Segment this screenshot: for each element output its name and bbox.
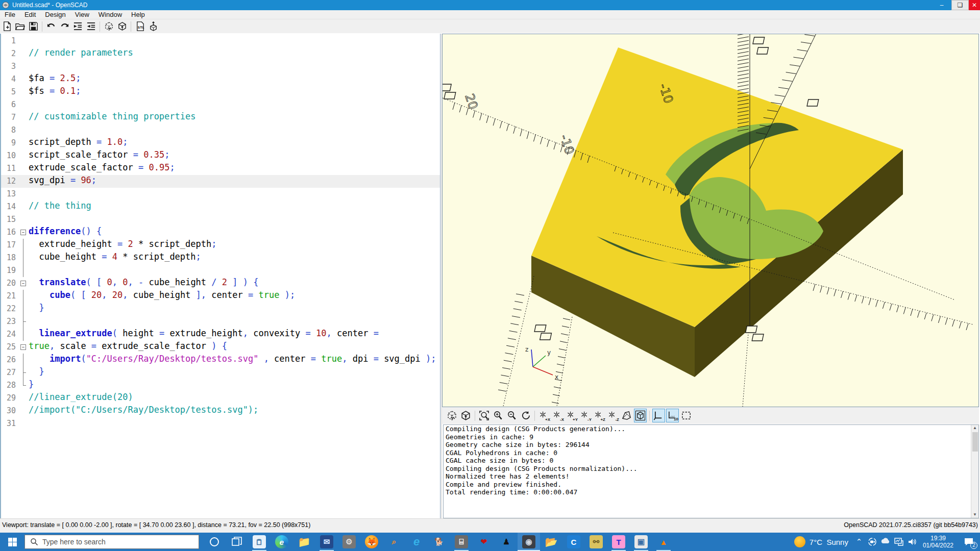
menu-help[interactable]: Help [127,10,150,19]
new-button[interactable] [0,20,13,33]
preview-button[interactable] [446,409,458,422]
taskbar-app-dog-app[interactable]: 🐕 [428,533,450,551]
scroll-down-icon[interactable]: ▼ [971,512,978,518]
console-output[interactable]: Compiling design (CSG Products generatio… [443,424,979,518]
show-axes-button[interactable] [652,409,665,422]
fold-marker[interactable]: − [19,226,27,239]
cortana-button[interactable] [203,533,226,551]
view-right-button[interactable]: +X [537,409,550,422]
maximize-button[interactable]: ❏ [951,0,969,10]
editor-line-17[interactable]: 17 extrude_height = 2 * script_depth; [1,239,440,252]
taskbar-app-mail-globe[interactable]: ✉ [315,533,338,551]
editor-line-5[interactable]: 5$fs = 0.1; [1,86,440,98]
taskbar-app-file-explorer[interactable]: 📁 [293,533,315,551]
view-back-button[interactable]: +Y [565,409,578,422]
view-all-button[interactable] [680,409,693,422]
unindent-button[interactable] [71,20,84,33]
taskbar-app-wheel-app[interactable]: ⚙ [338,533,360,551]
volume-icon[interactable] [905,533,919,551]
taskbar-app-internet-explorer[interactable]: e [405,533,428,551]
editor-line-22[interactable]: 22 } [1,303,440,315]
editor-line-31[interactable]: 31 [1,417,440,430]
editor-line-24[interactable]: 24 linear_extrude( height = extrude_heig… [1,328,440,341]
menu-file[interactable]: File [0,10,20,19]
view-front-button[interactable]: -Y [579,409,592,422]
viewport-3d[interactable]: 20-10-10 z y x [442,34,979,407]
code-editor[interactable]: 12// render parameters34$fa = 2.5;5$fs =… [0,34,440,518]
search-input[interactable]: Type here to search [24,535,199,549]
editor-line-30[interactable]: 30//import("C:/Users/Ray/Desktop/testos.… [1,405,440,417]
view-bottom-button[interactable]: -Z [606,409,619,422]
editor-line-14[interactable]: 14// the thing [1,201,440,213]
editor-line-20[interactable]: 20− translate( [ 0, 0, - cube_height / 2… [1,277,440,290]
render-button[interactable] [115,20,129,33]
taskbar-app-vlc[interactable]: ▲ [652,533,675,551]
zoom-in-button[interactable] [492,409,504,422]
editor-line-21[interactable]: 21 cube( [ 20, 20, cube_height ], center… [1,290,440,303]
editor-line-26[interactable]: 26 import("C:/Users/Ray/Desktop/testos.s… [1,354,440,366]
editor-line-27[interactable]: 27 } [1,366,440,379]
editor-line-13[interactable]: 13 [1,188,440,201]
scrollbar-thumb[interactable] [972,432,978,452]
editor-line-18[interactable]: 18 cube_height = 4 * script_depth; [1,252,440,264]
menu-window[interactable]: Window [94,10,127,19]
menu-view[interactable]: View [70,10,94,19]
onedrive-cloud-icon[interactable] [879,533,892,551]
start-button[interactable] [0,533,24,551]
zoom-out-button[interactable] [505,409,518,422]
open-button[interactable] [13,20,27,33]
editor-line-25[interactable]: 25−true, scale = extrude_scale_factor ) … [1,341,440,354]
undo-button[interactable] [44,20,58,33]
network-activity-icon[interactable] [892,533,905,551]
taskbar-app-edge[interactable]: e [271,533,293,551]
taskbar-app-folder-tool[interactable]: 📂 [540,533,562,551]
editor-line-28[interactable]: 28} [1,379,440,392]
taskbar-app-red-creature-app[interactable]: ❤ [473,533,495,551]
redo-button[interactable] [58,20,71,33]
editor-line-12[interactable]: 12svg_dpi = 96; [1,175,440,188]
view-left-button[interactable]: -X [551,409,564,422]
taskbar-app-notepad[interactable]: 🗒 [248,533,271,551]
editor-line-8[interactable]: 8 [1,124,440,137]
editor-line-11[interactable]: 11extrude_scale_factor = 0.95; [1,162,440,175]
taskbar-app-boot-app[interactable]: ⚯ [585,533,607,551]
console-scrollbar[interactable]: ▲ ▼ [971,425,978,518]
menu-edit[interactable]: Edit [20,10,40,19]
editor-line-3[interactable]: 3 [1,60,440,73]
menu-design[interactable]: Design [40,10,70,19]
editor-line-7[interactable]: 7// customizable thing properties [1,111,440,124]
preview-button[interactable] [102,20,115,33]
show-scale-button[interactable]: 10 [666,409,679,422]
taskbar-app-search-app[interactable]: ⌕ [383,533,405,551]
editor-line-15[interactable]: 15 [1,213,440,226]
editor-line-16[interactable]: 16−difference() { [1,226,440,239]
fold-marker[interactable]: − [19,277,27,290]
tray-chevron-icon[interactable]: ⌃ [852,533,866,551]
editor-line-19[interactable]: 19 [1,264,440,277]
editor-line-9[interactable]: 9script_depth = 1.0; [1,137,440,149]
taskbar-clock[interactable]: 19:39 01/04/2022 [923,535,953,549]
view-top-button[interactable]: +Z [593,409,605,422]
taskbar-app-window-app[interactable]: ▣ [630,533,652,551]
editor-line-29[interactable]: 29//linear_extrude(20) [1,392,440,405]
meet-now-icon[interactable] [866,533,879,551]
task-view-button[interactable] [226,533,248,551]
action-center-button[interactable]: 2 [958,533,980,551]
taskbar-app-angel-app[interactable]: ♟ [495,533,518,551]
editor-line-6[interactable]: 6 [1,98,440,111]
perspective-button[interactable] [620,409,633,422]
print-3d-button[interactable] [146,20,160,33]
editor-line-2[interactable]: 2// render parameters [1,47,440,60]
orthogonal-button[interactable] [634,409,647,422]
reset-view-button[interactable] [519,409,532,422]
weather-widget[interactable]: 7°C Sunny [794,536,848,547]
fold-marker[interactable]: − [19,341,27,354]
editor-line-4[interactable]: 4$fa = 2.5; [1,73,440,86]
indent-button[interactable] [84,20,97,33]
taskbar-app-firefox[interactable]: 🦊 [360,533,383,551]
taskbar-app-t-text-app[interactable]: T [607,533,630,551]
zoom-all-button[interactable] [478,409,491,422]
scroll-up-icon[interactable]: ▲ [971,425,978,431]
editor-line-23[interactable]: 23 [1,315,440,328]
close-button[interactable]: ✕ [969,0,980,10]
